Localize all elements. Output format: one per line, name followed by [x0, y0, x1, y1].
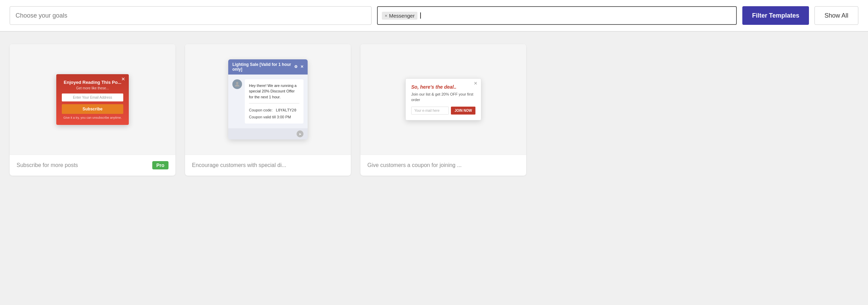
tag-input-wrapper[interactable]: × Messenger: [377, 6, 737, 25]
messenger-bubble: Hey there! We are running a special 20% …: [245, 79, 303, 124]
send-icon[interactable]: ➤: [297, 130, 303, 137]
card-messenger: Lighting Sale [Valid for 1 hour only] ⚙ …: [185, 44, 351, 176]
popup-title: Enjoyed Reading This Po...: [62, 80, 123, 85]
close-icon[interactable]: ✕: [300, 65, 303, 69]
card-coupon: ✕ So, here's the deal.. Join our list & …: [360, 44, 526, 176]
coupon-code-line: Coupon code: L0YALTY20: [249, 107, 299, 114]
subscribe-popup: ✕ Enjoyed Reading This Po... Get more li…: [56, 74, 129, 125]
card-3-label: Give customers a coupon for joining ...: [367, 162, 462, 168]
coupon-title: So, here's the deal..: [411, 84, 475, 90]
card-3-footer: Give customers a coupon for joining ...: [360, 155, 526, 175]
top-bar: × Messenger Filter Templates Show All: [0, 0, 868, 31]
card-3-preview: ✕ So, here's the deal.. Join our list & …: [360, 44, 526, 155]
card-1-preview: ✕ Enjoyed Reading This Po... Get more li…: [10, 44, 175, 155]
coupon-valid-line: Coupon valid till 3:00 PM: [249, 114, 299, 120]
avatar: [232, 79, 242, 89]
coupon-email-field[interactable]: Your e-mail here: [411, 107, 449, 115]
popup-close-icon[interactable]: ✕: [121, 76, 125, 82]
card-1-label: Subscribe for more posts: [17, 162, 78, 168]
popup-disclaimer: Give it a try, you can unsubscribe anyti…: [62, 116, 123, 119]
card-2-preview: Lighting Sale [Valid for 1 hour only] ⚙ …: [185, 44, 351, 155]
card-2-label: Encourage customers with special di...: [192, 162, 286, 168]
messenger-coupon: Coupon code: L0YALTY20 Coupon valid till…: [249, 103, 299, 120]
cursor: [420, 12, 421, 19]
popup-email-input[interactable]: Enter Your Email Address: [62, 94, 123, 101]
messenger-header-icons: ⚙ ✕: [294, 65, 303, 69]
messenger-popup: Lighting Sale [Valid for 1 hour only] ⚙ …: [228, 59, 308, 140]
coupon-input-row: Your e-mail here JOIN NOW: [411, 107, 475, 115]
coupon-desc: Join our list & get 20% OFF your first o…: [411, 92, 475, 102]
pro-badge: Pro: [152, 161, 168, 169]
card-subscribe: ✕ Enjoyed Reading This Po... Get more li…: [10, 44, 175, 176]
filter-templates-button[interactable]: Filter Templates: [742, 6, 809, 25]
goals-input[interactable]: [10, 6, 372, 25]
messenger-tag: × Messenger: [382, 12, 417, 20]
messenger-message: Hey there! We are running a special 20% …: [232, 79, 303, 124]
popup-subtitle: Get more like these...: [62, 86, 123, 90]
card-2-footer: Encourage customers with special di...: [185, 155, 351, 175]
coupon-close-icon[interactable]: ✕: [474, 81, 478, 86]
show-all-button[interactable]: Show All: [814, 6, 858, 25]
messenger-message-text: Hey there! We are running a special 20% …: [249, 83, 297, 99]
coupon-code-value: L0YALTY20: [276, 108, 297, 112]
join-now-button[interactable]: JOIN NOW: [451, 107, 475, 115]
svg-point-0: [236, 82, 239, 84]
gear-icon[interactable]: ⚙: [294, 65, 298, 69]
messenger-body: Hey there! We are running a special 20% …: [228, 75, 308, 129]
messenger-header: Lighting Sale [Valid for 1 hour only] ⚙ …: [228, 59, 308, 75]
messenger-header-title: Lighting Sale [Valid for 1 hour only]: [232, 62, 294, 72]
tag-close-icon[interactable]: ×: [385, 13, 387, 18]
coupon-popup: ✕ So, here's the deal.. Join our list & …: [405, 78, 481, 120]
card-1-footer: Subscribe for more posts Pro: [10, 155, 175, 176]
messenger-footer: ➤: [228, 128, 308, 139]
cards-area: ✕ Enjoyed Reading This Po... Get more li…: [0, 32, 868, 188]
tag-label: Messenger: [389, 13, 415, 19]
subscribe-button[interactable]: Subscribe: [62, 104, 123, 114]
